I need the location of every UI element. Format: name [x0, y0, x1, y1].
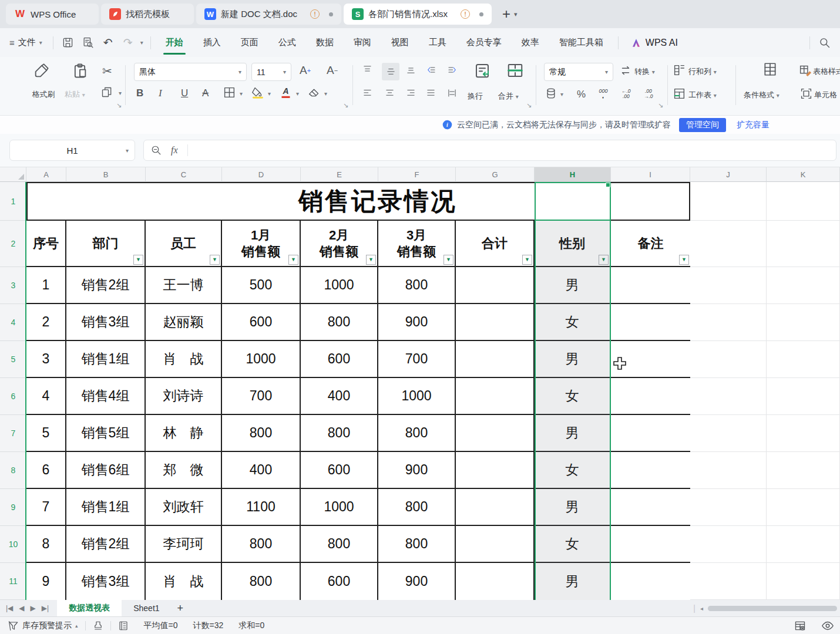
row-header-5[interactable]: 5 [0, 341, 26, 378]
last-sheet-icon[interactable]: ▶| [42, 604, 49, 612]
filter-button[interactable]: ▼ [443, 255, 453, 265]
cell-r11c4[interactable]: 600 [301, 563, 378, 600]
row-header-7[interactable]: 7 [0, 415, 26, 452]
cell-r6c8[interactable] [611, 378, 690, 415]
filter-button[interactable]: ▼ [599, 255, 609, 265]
cell-r3c4[interactable]: 1000 [301, 267, 378, 304]
prev-sheet-icon[interactable]: ◀ [19, 604, 24, 612]
cell-r11c1[interactable]: 销售3组 [66, 563, 146, 600]
column-header-H[interactable]: H [535, 167, 611, 182]
cell-r3c6[interactable] [456, 267, 535, 304]
convert-label[interactable]: 转换 ▾ [634, 66, 655, 77]
row-header-9[interactable]: 9 [0, 489, 26, 526]
cell-r8c8[interactable] [611, 452, 690, 489]
worksheet-label[interactable]: 工作表 ▾ [688, 90, 717, 100]
cell-r11c0[interactable]: 9 [26, 563, 66, 600]
cell-r3c8[interactable] [611, 267, 690, 304]
align-center-icon[interactable] [384, 89, 395, 97]
cell-r6c5[interactable]: 1000 [378, 378, 456, 415]
header-cell-0[interactable]: 序号 [26, 221, 66, 267]
filter-button[interactable]: ▼ [522, 255, 532, 265]
filter-button[interactable]: ▼ [679, 255, 689, 265]
cell-r10c7[interactable]: 女 [535, 526, 611, 563]
cell-r4c7[interactable]: 女 [535, 304, 611, 341]
paste-label[interactable]: 粘贴 ▾ [65, 89, 85, 100]
fx-icon[interactable]: fx [171, 145, 178, 156]
cell-r5c6[interactable] [456, 341, 535, 378]
column-header-B[interactable]: B [66, 167, 146, 182]
justify-icon[interactable] [425, 89, 436, 97]
cell-r8c2[interactable]: 郑 微 [146, 452, 222, 489]
page-layout-icon[interactable] [118, 620, 129, 631]
alignment-group-expand-icon[interactable]: ↘ [526, 102, 532, 109]
horizontal-scrollbar[interactable] [708, 606, 837, 611]
cell-r7c6[interactable] [456, 415, 535, 452]
fill-color-icon[interactable] [251, 86, 264, 99]
rows-columns-icon[interactable] [673, 64, 686, 76]
column-header-D[interactable]: D [222, 167, 301, 182]
decrease-indent-icon[interactable] [425, 65, 437, 75]
cell-r4c5[interactable]: 900 [378, 304, 456, 341]
print-preview-icon[interactable] [81, 37, 95, 48]
row-header-8[interactable]: 8 [0, 452, 26, 489]
column-header-C[interactable]: C [146, 167, 222, 182]
cell-r10c0[interactable]: 8 [26, 526, 66, 563]
cell-r10c6[interactable] [456, 526, 535, 563]
file-menu[interactable]: ≡ 文件 ▾ [0, 37, 48, 48]
column-header-K[interactable]: K [767, 167, 840, 182]
new-tab-button[interactable]: + [502, 7, 510, 21]
font-color-chevron-icon[interactable]: ▾ [296, 90, 299, 97]
cell-r3c5[interactable]: 800 [378, 267, 456, 304]
wrap-text-label[interactable]: 换行 [468, 91, 483, 102]
cell-r9c3[interactable]: 1100 [222, 489, 301, 526]
document-tab-3[interactable]: S 各部门销售情况.xlsx! [344, 4, 492, 25]
menu-tab-开始[interactable]: 开始 [156, 28, 193, 57]
stock-alert-toggle[interactable]: 库存预警提示 ▴ [8, 620, 78, 631]
format-painter-label[interactable]: 格式刷 [22, 89, 65, 100]
cell-r4c2[interactable]: 赵丽颖 [146, 304, 222, 341]
menu-tab-页面[interactable]: 页面 [231, 28, 268, 57]
conditional-format-icon[interactable] [762, 62, 778, 77]
cell-r4c3[interactable]: 600 [222, 304, 301, 341]
cell-r5c2[interactable]: 肖 战 [146, 341, 222, 378]
hscroll-left-icon[interactable]: ◂ [700, 605, 703, 612]
menu-tab-会员专享[interactable]: 会员专享 [456, 28, 512, 57]
comma-style-icon[interactable]: 000, [596, 87, 611, 99]
cell-r6c0[interactable]: 4 [26, 378, 66, 415]
percent-style-icon[interactable]: % [577, 89, 586, 100]
filter-button[interactable]: ▼ [366, 255, 376, 265]
cell-r7c4[interactable]: 800 [301, 415, 378, 452]
cell-r5c5[interactable]: 700 [378, 341, 456, 378]
fill-color-chevron-icon[interactable]: ▾ [268, 90, 271, 97]
number-group-expand-icon[interactable]: ↘ [658, 102, 663, 109]
cell-r11c8[interactable] [611, 563, 690, 600]
first-sheet-icon[interactable]: |◀ [6, 604, 13, 612]
cell-r8c6[interactable] [456, 452, 535, 489]
header-cell-4[interactable]: 2月销售额▼ [301, 221, 378, 267]
cell-r3c0[interactable]: 1 [26, 267, 66, 304]
cell-r11c3[interactable]: 800 [222, 563, 301, 600]
header-cell-6[interactable]: 合计▼ [456, 221, 535, 267]
cell-r9c0[interactable]: 7 [26, 489, 66, 526]
cell-r5c7[interactable]: 男 [535, 341, 611, 378]
cell-r3c3[interactable]: 500 [222, 267, 301, 304]
row-header-1[interactable]: 1 [0, 182, 26, 221]
cell-r9c7[interactable]: 男 [535, 489, 611, 526]
borders-icon[interactable] [223, 86, 236, 99]
decrease-decimal-icon[interactable]: ←.0.00 [620, 87, 634, 99]
cell-r6c7[interactable]: 女 [535, 378, 611, 415]
document-tab-0[interactable]: W WPS Office [6, 4, 99, 25]
active-cell-H1[interactable] [535, 182, 611, 221]
font-size-select[interactable]: 11▾ [251, 63, 291, 81]
row-header-3[interactable]: 3 [0, 267, 26, 304]
strikethrough-button[interactable]: A [202, 87, 209, 99]
cell-r10c8[interactable] [611, 526, 690, 563]
undo-history-chevron-icon[interactable]: ▾ [140, 39, 143, 46]
align-left-icon[interactable] [362, 89, 373, 97]
cell-r9c4[interactable]: 1000 [301, 489, 378, 526]
search-icon[interactable] [818, 37, 832, 49]
menu-tab-公式[interactable]: 公式 [268, 28, 306, 57]
table-style-label[interactable]: 表格样式 [813, 66, 840, 77]
cell-r6c2[interactable]: 刘诗诗 [146, 378, 222, 415]
font-group-expand-icon[interactable]: ↘ [343, 102, 348, 109]
